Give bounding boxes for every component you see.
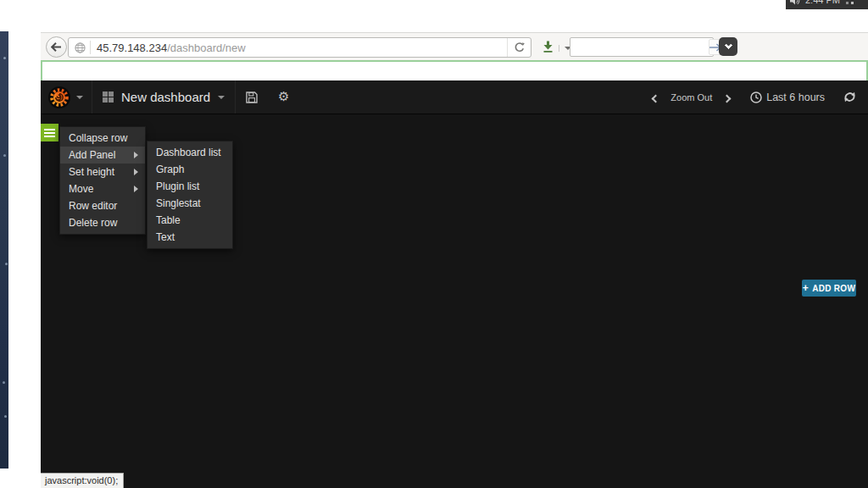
zoom-out-left-button[interactable] xyxy=(653,90,659,105)
dashboard-settings-button[interactable]: ⚙ xyxy=(268,80,299,114)
title-caret-icon xyxy=(218,96,225,99)
grafana-app: New dashboard ⚙ Zoom Out xyxy=(41,80,868,488)
submenu-arrow-icon xyxy=(134,169,138,175)
search-input[interactable] xyxy=(570,38,709,56)
menu-item-set-height[interactable]: Set height xyxy=(60,164,145,180)
zoom-out-right-button[interactable] xyxy=(724,90,730,105)
back-button[interactable] xyxy=(46,36,67,58)
url-domain: 45.79.148.234 xyxy=(97,42,167,54)
reload-icon xyxy=(515,42,525,53)
clock-icon xyxy=(750,92,762,103)
row-context-menu: Collapse row Add Panel Set height Move R… xyxy=(59,126,146,235)
refresh-icon xyxy=(843,91,856,103)
plus-icon: + xyxy=(803,283,809,293)
chevron-down-icon xyxy=(724,42,732,50)
tray-clock[interactable]: 2:44 PM xyxy=(805,0,840,5)
chevron-right-icon xyxy=(723,94,732,103)
desktop-wallpaper-edge xyxy=(0,31,8,469)
time-range-picker[interactable]: Last 6 hours xyxy=(750,92,825,103)
add-row-label: ADD ROW xyxy=(812,284,855,293)
url-separator xyxy=(90,41,91,54)
menu-item-collapse-row[interactable]: Collapse row xyxy=(60,130,145,147)
submenu-arrow-icon xyxy=(134,152,138,158)
grafana-logo-menu-button[interactable] xyxy=(41,80,92,114)
search-box[interactable] xyxy=(570,37,714,57)
submenu-item-singlestat[interactable]: Singlestat xyxy=(147,195,232,212)
download-icon xyxy=(542,41,554,53)
submenu-item-plugin-list[interactable]: Plugin list xyxy=(147,178,232,195)
hamburger-icon xyxy=(44,129,55,130)
dashboard-title-dropdown[interactable]: New dashboard xyxy=(92,80,235,114)
grafana-navbar: New dashboard ⚙ Zoom Out xyxy=(41,80,868,114)
browser-window: 45.79.148.234/dashboard/new xyxy=(41,32,868,488)
globe-icon xyxy=(75,42,86,53)
submenu-item-table[interactable]: Table xyxy=(147,212,232,229)
time-range-label: Last 6 hours xyxy=(766,92,825,103)
page-focus-strip xyxy=(41,60,868,80)
extension-badge-button[interactable] xyxy=(719,37,737,56)
save-icon xyxy=(246,92,258,103)
submenu-item-text[interactable]: Text xyxy=(147,229,232,246)
status-bar-link-preview: javascript:void(0); xyxy=(41,473,124,488)
menu-item-add-panel[interactable]: Add Panel xyxy=(60,147,145,164)
dashboard-title: New dashboard xyxy=(121,90,210,104)
add-row-button[interactable]: + ADD ROW xyxy=(802,280,856,297)
url-bar[interactable]: 45.79.148.234/dashboard/new xyxy=(68,37,531,58)
network-icon[interactable] xyxy=(845,0,854,5)
menu-item-row-editor[interactable]: Row editor xyxy=(60,197,145,214)
zoom-out-button[interactable]: Zoom Out xyxy=(670,92,712,103)
url-path: /dashboard/new xyxy=(167,42,246,54)
back-arrow-icon xyxy=(51,42,62,52)
submenu-item-graph[interactable]: Graph xyxy=(147,161,232,178)
menu-item-move[interactable]: Move xyxy=(60,180,145,197)
downloads-button[interactable] xyxy=(541,40,554,54)
submenu-item-dashboard-list[interactable]: Dashboard list xyxy=(147,144,232,161)
chevron-left-icon xyxy=(652,94,660,103)
grafana-logo-icon xyxy=(48,86,70,108)
dashboard-canvas: Collapse row Add Panel Set height Move R… xyxy=(41,114,868,488)
gear-icon: ⚙ xyxy=(278,91,289,103)
add-panel-submenu: Dashboard list Graph Plugin list Singles… xyxy=(147,141,233,249)
logo-caret-icon xyxy=(76,96,83,99)
dashboard-grid-icon xyxy=(103,92,114,103)
wallpaper-dots xyxy=(3,57,6,59)
volume-icon[interactable] xyxy=(790,0,800,5)
save-dashboard-button[interactable] xyxy=(236,80,268,114)
browser-toolbar: 45.79.148.234/dashboard/new xyxy=(41,32,868,60)
menu-item-delete-row[interactable]: Delete row xyxy=(60,214,145,231)
refresh-button[interactable] xyxy=(843,91,856,103)
reload-button[interactable] xyxy=(507,38,531,57)
submenu-arrow-icon xyxy=(134,186,138,192)
row-menu-button[interactable] xyxy=(41,124,58,141)
system-tray: 2:44 PM xyxy=(786,0,868,9)
